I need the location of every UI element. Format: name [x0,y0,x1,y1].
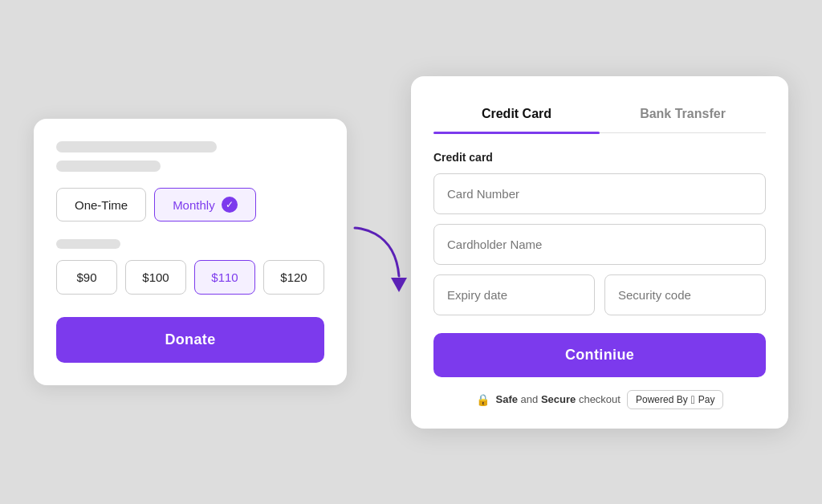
amount-120[interactable]: $120 [263,260,324,295]
tab-credit-card[interactable]: Credit Card [433,99,600,132]
security-code-input[interactable] [604,274,766,315]
svg-marker-0 [391,278,407,292]
skeleton-title [56,141,217,152]
amount-100[interactable]: $100 [125,260,186,295]
amount-row: $90 $100 $110 $120 [56,260,324,295]
expiry-security-row [433,274,766,315]
amount-skeleton [56,239,120,249]
monthly-label: Monthly [173,198,215,212]
left-card: One-Time Monthly ✓ $90 $100 $110 $120 Do… [34,119,347,385]
right-card: Credit Card Bank Transfer Credit card Co… [411,76,788,429]
powered-by-label: Powered By [636,394,688,405]
amount-110[interactable]: $110 [194,260,255,295]
one-time-button[interactable]: One-Time [56,188,146,222]
arrow-icon [347,220,411,300]
arrow-container [347,204,411,300]
secure-row: 🔒 Safe and Secure checkout Powered By  … [433,390,766,409]
lock-icon: 🔒 [476,393,490,406]
tabs-row: Credit Card Bank Transfer [433,99,766,133]
credit-card-section-label: Credit card [433,151,766,164]
monthly-button[interactable]: Monthly ✓ [154,188,256,222]
tab-bank-transfer[interactable]: Bank Transfer [600,99,766,132]
frequency-row: One-Time Monthly ✓ [56,188,324,222]
expiry-input[interactable] [433,274,595,315]
cardholder-name-input[interactable] [433,224,766,265]
main-wrapper: One-Time Monthly ✓ $90 $100 $110 $120 Do… [0,0,822,504]
amount-90[interactable]: $90 [56,260,117,295]
donate-button[interactable]: Donate [56,317,324,363]
card-number-input[interactable] [433,173,766,214]
continue-button[interactable]: Continiue [433,333,766,377]
apple-pay-label: Pay [698,394,715,405]
check-icon: ✓ [222,197,238,213]
skeleton-subtitle [56,161,161,172]
secure-text: Safe and Secure checkout [496,393,621,405]
apple-logo-icon:  [691,393,695,406]
apple-pay-badge: Powered By  Pay [627,390,724,409]
